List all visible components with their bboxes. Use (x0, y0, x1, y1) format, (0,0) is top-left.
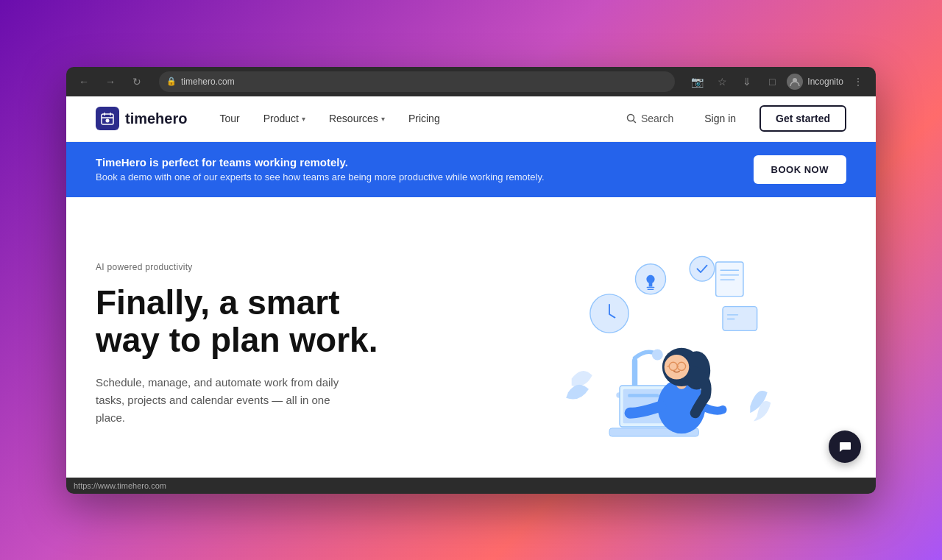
search-button[interactable]: Search (619, 108, 681, 129)
address-bar[interactable]: 🔒 timehero.com (159, 71, 675, 92)
chat-button[interactable] (829, 430, 861, 463)
svg-point-3 (627, 115, 634, 121)
logo-text: timehero (125, 110, 187, 127)
promo-banner: TimeHero is perfect for teams working re… (66, 142, 876, 197)
nav-links: Tour Product ▾ Resources ▾ Pricing (209, 107, 618, 130)
nav-product[interactable]: Product ▾ (253, 107, 316, 130)
forward-button[interactable]: → (100, 71, 121, 92)
hero-illustration (433, 227, 846, 463)
bookmark-button[interactable]: ☆ (712, 71, 732, 92)
book-now-button[interactable]: BOOK NOW (754, 155, 846, 184)
banner-subtitle: Book a demo with one of our experts to s… (96, 171, 545, 182)
nav-resources[interactable]: Resources ▾ (319, 107, 395, 130)
logo[interactable]: timehero (96, 107, 187, 130)
hero-section: AI powered productivity Finally, a smart… (66, 197, 876, 478)
svg-point-11 (651, 350, 662, 361)
incognito-menu[interactable]: Incognito (787, 74, 843, 90)
incognito-label: Incognito (807, 77, 843, 87)
hero-subtitle: Schedule, manage, and automate work from… (96, 374, 361, 427)
nav-right: Search Sign in Get started (619, 105, 846, 132)
resources-chevron-icon: ▾ (381, 115, 385, 123)
search-icon (626, 113, 637, 124)
website-content: timehero Tour Product ▾ Resources ▾ Pric… (66, 96, 876, 478)
svg-rect-14 (628, 394, 659, 397)
cast-button[interactable]: 📷 (687, 71, 707, 92)
menu-button[interactable]: ⋮ (848, 71, 868, 92)
url-text: timehero.com (181, 77, 235, 87)
lock-icon: 🔒 (166, 77, 177, 86)
back-button[interactable]: ← (74, 71, 94, 92)
get-started-button[interactable]: Get started (759, 105, 846, 132)
svg-rect-6 (715, 262, 743, 297)
status-url: https://www.timehero.com (74, 481, 166, 490)
product-chevron-icon: ▾ (302, 115, 305, 123)
nav-pricing[interactable]: Pricing (398, 107, 450, 130)
nav-tour[interactable]: Tour (209, 107, 249, 130)
logo-icon (96, 107, 119, 130)
banner-title: TimeHero is perfect for teams working re… (96, 156, 545, 169)
browser-window: ← → ↻ 🔒 timehero.com 📷 ☆ ⇓ □ Incognito ⋮ (66, 67, 876, 494)
banner-text: TimeHero is perfect for teams working re… (96, 156, 545, 182)
svg-rect-15 (628, 400, 652, 403)
download-button[interactable]: ⇓ (737, 71, 757, 92)
hero-content: AI powered productivity Finally, a smart… (96, 262, 433, 426)
chat-icon (837, 439, 852, 454)
hero-eyebrow: AI powered productivity (96, 262, 433, 272)
hero-title: Finally, a smart way to plan work. (96, 284, 433, 358)
navbar: timehero Tour Product ▾ Resources ▾ Pric… (66, 96, 876, 142)
status-bar: https://www.timehero.com (66, 478, 876, 494)
svg-point-2 (106, 119, 110, 123)
browser-actions: 📷 ☆ ⇓ □ Incognito ⋮ (687, 71, 868, 92)
incognito-avatar (787, 74, 803, 90)
sign-in-button[interactable]: Sign in (693, 107, 748, 130)
search-label: Search (641, 113, 673, 124)
reload-button[interactable]: ↻ (127, 71, 147, 92)
hero-svg (500, 241, 780, 447)
svg-point-5 (690, 257, 715, 282)
extensions-button[interactable]: □ (762, 71, 782, 92)
browser-toolbar: ← → ↻ 🔒 timehero.com 📷 ☆ ⇓ □ Incognito ⋮ (66, 67, 876, 96)
